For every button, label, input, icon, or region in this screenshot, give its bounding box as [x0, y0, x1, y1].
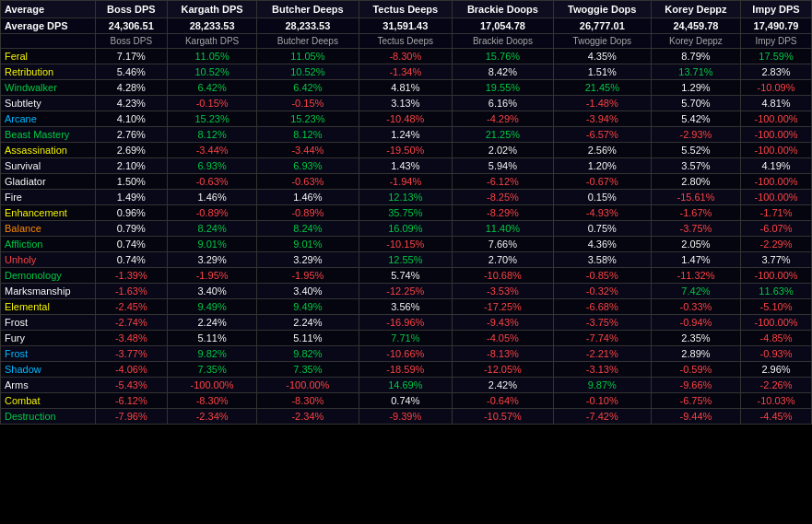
dps-comparison-table: AverageBoss DPSKargath DPSButcher DeepsT…	[0, 0, 812, 425]
spec-name-15: Marksmanship	[1, 283, 96, 298]
val-cell-4-0: 4.10%	[95, 111, 167, 126]
val-cell-12-6: 2.05%	[651, 236, 740, 251]
val-cell-13-0: 0.74%	[95, 251, 167, 267]
val-cell-0-1: 11.05%	[168, 48, 257, 64]
spec-name-9: Fire	[1, 189, 96, 204]
val-cell-14-5: -0.85%	[553, 267, 651, 283]
val-cell-12-1: 9.01%	[168, 236, 257, 251]
val-cell-7-2: 6.93%	[257, 157, 359, 173]
val-cell-21-2: -100.00%	[257, 377, 359, 392]
val-cell-15-0: -1.63%	[95, 283, 167, 298]
val-cell-1-3: -1.34%	[359, 64, 453, 79]
val-cell-5-3: 1.24%	[359, 126, 453, 142]
val-cell-17-2: 2.24%	[257, 314, 359, 330]
data-row-9: Fire1.49%1.46%1.46%12.13%-8.25%0.15%-15.…	[1, 189, 812, 204]
spec-name-11: Balance	[1, 220, 96, 236]
avg-cell-2: 28,233.53	[168, 17, 257, 33]
val-cell-11-6: -3.75%	[651, 220, 740, 236]
col-header-3: Butcher Deeps	[257, 0, 359, 17]
val-cell-0-6: 8.79%	[651, 48, 740, 64]
val-cell-15-5: -0.32%	[553, 283, 651, 298]
val-cell-18-3: 7.71%	[359, 330, 453, 345]
val-cell-5-7: -100.00%	[741, 126, 812, 142]
val-cell-14-2: -1.95%	[257, 267, 359, 283]
val-cell-13-1: 3.29%	[168, 251, 257, 267]
val-cell-12-3: -10.15%	[359, 236, 453, 251]
val-cell-4-7: -100.00%	[741, 111, 812, 126]
val-cell-14-6: -11.32%	[651, 267, 740, 283]
sub-header-cell-6: Twoggie Dops	[553, 33, 651, 48]
val-cell-6-6: 5.52%	[651, 142, 740, 157]
data-row-22: Combat-6.12%-8.30%-8.30%0.74%-0.64%-0.10…	[1, 392, 812, 408]
val-cell-18-4: -4.05%	[453, 330, 554, 345]
val-cell-10-4: -8.29%	[453, 204, 554, 220]
val-cell-3-4: 6.16%	[453, 95, 554, 111]
val-cell-13-4: 2.70%	[453, 251, 554, 267]
val-cell-9-7: -100.00%	[741, 189, 812, 204]
val-cell-12-7: -2.29%	[741, 236, 812, 251]
spec-name-14: Demonology	[1, 267, 96, 283]
val-cell-21-5: 9.87%	[553, 377, 651, 392]
val-cell-23-3: -9.39%	[359, 408, 453, 424]
avg-cell-4: 31,591.43	[359, 17, 453, 33]
val-cell-0-7: 17.59%	[741, 48, 812, 64]
val-cell-17-5: -3.75%	[553, 314, 651, 330]
data-row-15: Marksmanship-1.63%3.40%3.40%-12.25%-3.53…	[1, 283, 812, 298]
val-cell-3-0: 4.23%	[95, 95, 167, 111]
data-row-14: Demonology-1.39%-1.95%-1.95%5.74%-10.68%…	[1, 267, 812, 283]
avg-cell-0: Average DPS	[1, 17, 96, 33]
val-cell-0-3: -8.30%	[359, 48, 453, 64]
val-cell-19-2: 9.82%	[257, 345, 359, 361]
val-cell-1-2: 10.52%	[257, 64, 359, 79]
val-cell-9-1: 1.46%	[168, 189, 257, 204]
val-cell-19-1: 9.82%	[168, 345, 257, 361]
val-cell-22-7: -10.03%	[741, 392, 812, 408]
val-cell-10-7: -1.71%	[741, 204, 812, 220]
spec-name-18: Fury	[1, 330, 96, 345]
val-cell-16-0: -2.45%	[95, 298, 167, 314]
val-cell-8-2: -0.63%	[257, 173, 359, 189]
val-cell-8-0: 1.50%	[95, 173, 167, 189]
val-cell-10-0: 0.96%	[95, 204, 167, 220]
sub-header-cell-2: Kargath DPS	[168, 33, 257, 48]
val-cell-6-3: -19.50%	[359, 142, 453, 157]
val-cell-8-6: 2.80%	[651, 173, 740, 189]
val-cell-15-1: 3.40%	[168, 283, 257, 298]
val-cell-1-7: 2.83%	[741, 64, 812, 79]
val-cell-4-1: 15.23%	[168, 111, 257, 126]
spec-name-21: Arms	[1, 377, 96, 392]
data-row-7: Survival2.10%6.93%6.93%1.43%5.94%1.20%3.…	[1, 157, 812, 173]
val-cell-17-4: -9.43%	[453, 314, 554, 330]
val-cell-7-6: 3.57%	[651, 157, 740, 173]
val-cell-12-5: 4.36%	[553, 236, 651, 251]
val-cell-5-0: 2.76%	[95, 126, 167, 142]
col-header-1: Boss DPS	[95, 0, 167, 17]
spec-name-4: Arcane	[1, 111, 96, 126]
col-header-5: Brackie Doops	[453, 0, 554, 17]
val-cell-12-0: 0.74%	[95, 236, 167, 251]
val-cell-9-6: -15.61%	[651, 189, 740, 204]
sub-header-cell-1: Boss DPS	[95, 33, 167, 48]
val-cell-2-6: 1.29%	[651, 79, 740, 95]
sub-header-cell-5: Brackie Doops	[453, 33, 554, 48]
val-cell-7-5: 1.20%	[553, 157, 651, 173]
val-cell-16-7: -5.10%	[741, 298, 812, 314]
val-cell-12-4: 7.66%	[453, 236, 554, 251]
val-cell-19-7: -0.93%	[741, 345, 812, 361]
data-row-16: Elemental-2.45%9.49%9.49%3.56%-17.25%-6.…	[1, 298, 812, 314]
val-cell-8-3: -1.94%	[359, 173, 453, 189]
val-cell-19-3: -10.66%	[359, 345, 453, 361]
val-cell-4-5: -3.94%	[553, 111, 651, 126]
val-cell-7-1: 6.93%	[168, 157, 257, 173]
val-cell-21-0: -5.43%	[95, 377, 167, 392]
val-cell-9-2: 1.46%	[257, 189, 359, 204]
sub-header-cell-0	[1, 33, 96, 48]
val-cell-19-6: 2.89%	[651, 345, 740, 361]
data-row-1: Retribution5.46%10.52%10.52%-1.34%8.42%1…	[1, 64, 812, 79]
data-row-10: Enhancement0.96%-0.89%-0.89%35.75%-8.29%…	[1, 204, 812, 220]
val-cell-14-7: -100.00%	[741, 267, 812, 283]
val-cell-13-5: 3.58%	[553, 251, 651, 267]
val-cell-17-0: -2.74%	[95, 314, 167, 330]
val-cell-7-7: 4.19%	[741, 157, 812, 173]
val-cell-22-0: -6.12%	[95, 392, 167, 408]
